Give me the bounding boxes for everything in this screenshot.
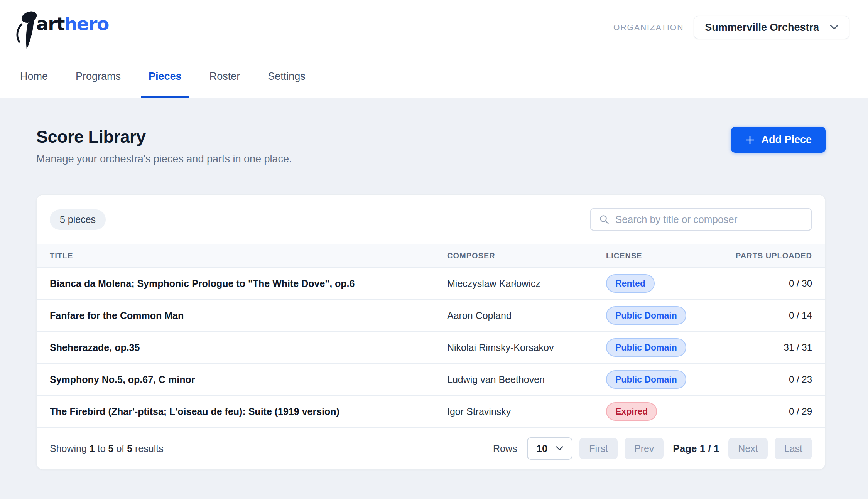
row-title: Sheherazade, op.35	[50, 342, 447, 353]
row-title: Fanfare for the Common Man	[50, 310, 447, 321]
row-title: Bianca da Molena; Symphonic Prologue to …	[50, 278, 447, 289]
search-icon	[599, 214, 609, 224]
main-nav: Home Programs Pieces Roster Settings	[0, 55, 868, 98]
nav-item-pieces[interactable]: Pieces	[141, 55, 189, 98]
page-title: Score Library	[36, 127, 292, 147]
row-composer: Ludwig van Beethoven	[447, 374, 606, 385]
row-composer: Nikolai Rimsky-Korsakov	[447, 342, 606, 353]
row-title: The Firebird (Zhar'-ptitsa; L'oiseau de …	[50, 406, 447, 417]
table-row[interactable]: Fanfare for the Common Man Aaron Copland…	[37, 300, 825, 332]
row-composer: Igor Stravinsky	[447, 406, 606, 417]
score-library-card: 5 pieces TITLE COMPOSER LICENSE PARTS UP…	[36, 194, 826, 470]
table-row[interactable]: Bianca da Molena; Symphonic Prologue to …	[37, 268, 825, 300]
brand-logo[interactable]: arthero	[12, 8, 109, 51]
prev-page-button[interactable]: Prev	[625, 438, 664, 459]
table-row[interactable]: The Firebird (Zhar'-ptitsa; L'oiseau de …	[37, 396, 825, 428]
organization-label: ORGANIZATION	[613, 23, 684, 32]
row-parts: 0 / 30	[703, 278, 812, 289]
license-badge: Public Domain	[606, 306, 686, 325]
page-indicator: Page 1 / 1	[673, 443, 719, 455]
page-heading-block: Score Library Manage your orchestra's pi…	[36, 127, 292, 165]
license-badge: Public Domain	[606, 370, 686, 389]
rows-per-page-select[interactable]: 10	[527, 437, 572, 460]
table-body: Bianca da Molena; Symphonic Prologue to …	[37, 268, 825, 428]
row-parts: 0 / 29	[703, 406, 812, 417]
search-box	[590, 208, 812, 231]
top-header: arthero ORGANIZATION Summerville Orchest…	[0, 0, 868, 55]
table-row[interactable]: Sheherazade, op.35 Nikolai Rimsky-Korsak…	[37, 332, 825, 364]
organization-value: Summerville Orchestra	[705, 22, 819, 34]
column-header-license: LICENSE	[606, 251, 703, 260]
column-header-composer: COMPOSER	[447, 251, 606, 260]
license-badge: Rented	[606, 274, 655, 293]
pieces-count-badge: 5 pieces	[50, 209, 106, 230]
column-header-parts: PARTS UPLOADED	[703, 251, 812, 260]
page-subtitle: Manage your orchestra's pieces and parts…	[36, 153, 292, 165]
brand-name: arthero	[36, 15, 109, 33]
add-piece-button[interactable]: Add Piece	[731, 127, 826, 153]
search-input[interactable]	[615, 214, 803, 226]
results-summary: Showing 1 to 5 of 5 results	[50, 443, 164, 454]
first-page-button[interactable]: First	[579, 438, 618, 459]
row-title: Symphony No.5, op.67, C minor	[50, 374, 447, 385]
row-composer: Aaron Copland	[447, 310, 606, 321]
nav-item-home[interactable]: Home	[12, 55, 56, 98]
chevron-down-icon	[556, 446, 563, 451]
row-parts: 31 / 31	[703, 342, 812, 353]
row-parts: 0 / 14	[703, 310, 812, 321]
column-header-title: TITLE	[50, 251, 447, 260]
chevron-down-icon	[830, 25, 838, 30]
rows-per-page-label: Rows	[493, 443, 517, 454]
plus-icon	[745, 135, 755, 145]
nav-item-programs[interactable]: Programs	[68, 55, 128, 98]
license-badge: Public Domain	[606, 338, 686, 357]
last-page-button[interactable]: Last	[775, 438, 812, 459]
nav-item-roster[interactable]: Roster	[202, 55, 248, 98]
row-parts: 0 / 23	[703, 374, 812, 385]
table-header-row: TITLE COMPOSER LICENSE PARTS UPLOADED	[37, 244, 825, 268]
row-composer: Mieczyslaw Karłowicz	[447, 278, 606, 289]
license-badge: Expired	[606, 402, 657, 421]
nav-item-settings[interactable]: Settings	[260, 55, 313, 98]
organization-select[interactable]: Summerville Orchestra	[694, 16, 849, 39]
next-page-button[interactable]: Next	[728, 438, 767, 459]
table-footer: Showing 1 to 5 of 5 results Rows 10 Firs…	[37, 428, 825, 469]
table-row[interactable]: Symphony No.5, op.67, C minor Ludwig van…	[37, 364, 825, 396]
